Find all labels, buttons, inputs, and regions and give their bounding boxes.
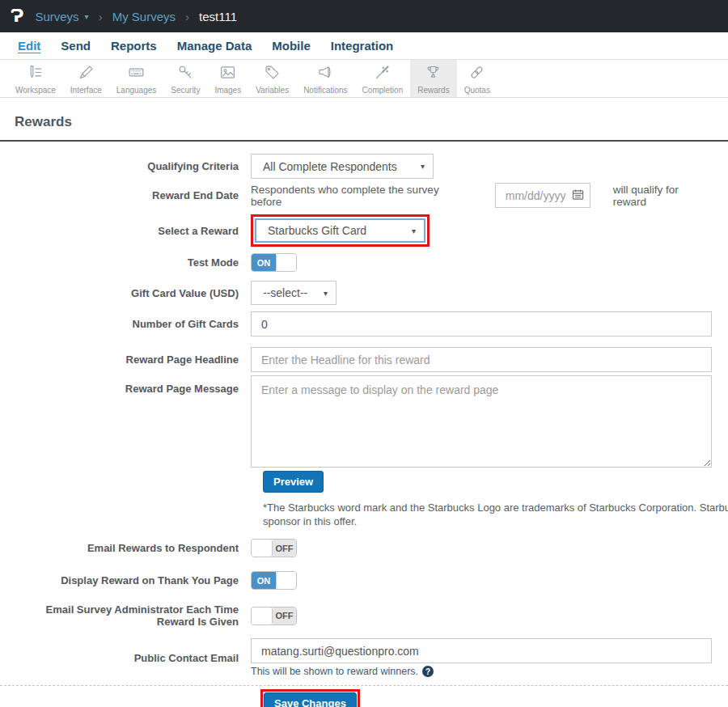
- toolbar-item-label: Interface: [70, 86, 102, 95]
- toolbar-item-notifications[interactable]: Notifications: [296, 60, 354, 97]
- toolbar-item-images[interactable]: Images: [207, 60, 248, 97]
- help-icon[interactable]: ?: [422, 666, 434, 677]
- annotation-box-save: Save Changes: [260, 689, 360, 707]
- reward-page-headline-input[interactable]: [251, 347, 712, 372]
- megaphone-icon: [317, 64, 334, 84]
- calendar-icon[interactable]: [572, 188, 584, 204]
- qualifying-criteria-select[interactable]: All Complete Respondents ▾: [251, 154, 434, 179]
- title-divider: [0, 140, 728, 142]
- row-gift-card-value: Gift Card Value (USD) --select-- ▾: [15, 281, 713, 305]
- row-test-mode: Test Mode ON: [15, 253, 713, 272]
- tab-mobile[interactable]: Mobile: [272, 39, 311, 53]
- breadcrumb-my-surveys[interactable]: My Surveys: [112, 10, 176, 23]
- toolbar-item-languages[interactable]: Languages: [109, 60, 164, 97]
- disclaimer-line1: *The Starbucks word mark and the Starbuc…: [263, 501, 713, 514]
- toolbar-item-label: Security: [171, 86, 200, 95]
- end-date-suffix-text: will qualify for reward: [613, 184, 713, 208]
- email-admin-toggle[interactable]: OFF: [251, 607, 297, 625]
- qualifying-criteria-value: All Complete Respondents: [263, 160, 397, 173]
- caret-down-icon: ▾: [324, 289, 328, 298]
- chain-links-icon: [468, 64, 485, 84]
- toggle-state-label: OFF: [273, 540, 296, 557]
- caret-down-icon: ▾: [421, 162, 425, 171]
- tab-send[interactable]: Send: [61, 39, 91, 53]
- breadcrumb-separator: ›: [99, 10, 103, 23]
- email-rewards-toggle[interactable]: OFF: [251, 539, 297, 557]
- toggle-state-label: OFF: [273, 608, 296, 624]
- toolbar-item-security[interactable]: Security: [163, 60, 207, 97]
- row-reward-page-headline: Reward Page Headline: [15, 347, 713, 372]
- breadcrumb-separator: ›: [185, 10, 189, 23]
- qualifying-criteria-label: Qualifying Criteria: [15, 160, 251, 172]
- toolbar-item-label: Notifications: [303, 86, 347, 95]
- toolbar-item-rewards[interactable]: Rewards: [410, 60, 456, 97]
- number-of-gift-cards-label: Number of Gift Cards: [15, 318, 251, 330]
- image-icon: [219, 64, 236, 84]
- toolbar-item-label: Images: [214, 86, 241, 95]
- toolbar-item-completion[interactable]: Completion: [355, 60, 411, 97]
- display-reward-label: Display Reward on Thank You Page: [15, 574, 251, 586]
- reward-page-message-textarea[interactable]: [251, 375, 712, 468]
- select-reward-select[interactable]: Starbucks Gift Card ▾: [255, 218, 425, 243]
- tab-reports[interactable]: Reports: [111, 39, 157, 53]
- workspace-icon: [27, 64, 44, 84]
- trophy-icon: [425, 64, 442, 84]
- magic-wand-icon: [374, 64, 391, 84]
- test-mode-label: Test Mode: [15, 256, 251, 269]
- select-reward-label: Select a Reward: [15, 225, 251, 237]
- test-mode-toggle[interactable]: ON: [251, 253, 297, 272]
- annotation-box-select-reward: Starbucks Gift Card ▾: [251, 214, 430, 247]
- gift-card-value-select[interactable]: --select-- ▾: [251, 281, 336, 305]
- page-title: Rewards: [15, 114, 713, 130]
- toggle-state-label: ON: [252, 254, 276, 271]
- select-reward-value: Starbucks Gift Card: [268, 224, 366, 237]
- toolbar-item-interface[interactable]: Interface: [63, 60, 109, 97]
- reward-page-message-label: Reward Page Message: [15, 375, 251, 395]
- row-save: Save Changes: [260, 689, 713, 707]
- row-number-of-gift-cards: Number of Gift Cards: [15, 311, 713, 337]
- row-email-admin: Email Survey Administrator Each Time Rew…: [15, 603, 713, 628]
- preview-button[interactable]: Preview: [263, 471, 324, 493]
- toolbar-item-workspace[interactable]: Workspace: [8, 60, 63, 97]
- toolbar-item-quotas[interactable]: Quotas: [457, 60, 497, 97]
- toggle-handle: [252, 540, 273, 557]
- contact-email-helper-text: This will be shown to reward winners.: [251, 666, 418, 677]
- toolbar-item-label: Languages: [116, 86, 157, 95]
- toggle-handle: [276, 572, 296, 589]
- row-display-reward: Display Reward on Thank You Page ON: [15, 571, 713, 590]
- top-bar: Ɂ Surveys ▾ › My Surveys › test111: [0, 0, 728, 32]
- disclaimer-line2: sponsor in this offer.: [263, 514, 713, 528]
- edit-toolbar: Workspace Interface Languages Security I…: [0, 60, 728, 98]
- questionpro-logo-icon[interactable]: Ɂ: [11, 6, 23, 26]
- display-reward-toggle[interactable]: ON: [251, 571, 297, 590]
- public-contact-email-input[interactable]: [251, 638, 712, 663]
- row-select-reward: Select a Reward Starbucks Gift Card ▾: [15, 214, 713, 247]
- row-preview: Preview: [263, 471, 713, 493]
- gift-card-value-label: Gift Card Value (USD): [15, 287, 251, 299]
- row-reward-page-message: Reward Page Message: [15, 375, 713, 468]
- toggle-handle: [276, 254, 296, 271]
- toolbar-item-label: Quotas: [464, 86, 490, 95]
- reward-end-date-label: Reward End Date: [15, 189, 251, 201]
- number-of-gift-cards-input[interactable]: [251, 311, 712, 337]
- key-icon: [177, 64, 194, 84]
- tag-icon: [264, 64, 281, 84]
- tab-manage-data[interactable]: Manage Data: [177, 39, 252, 53]
- tab-edit[interactable]: Edit: [18, 39, 40, 53]
- tab-integration[interactable]: Integration: [331, 39, 394, 53]
- row-reward-end-date: Reward End Date Respondents who complete…: [15, 183, 713, 208]
- reward-page-headline-label: Reward Page Headline: [15, 354, 251, 366]
- keyboard-icon: [128, 64, 145, 84]
- toolbar-item-label: Completion: [362, 86, 404, 95]
- save-changes-button[interactable]: Save Changes: [264, 692, 357, 707]
- caret-down-icon: ▾: [412, 226, 416, 235]
- contact-email-helper: This will be shown to reward winners. ?: [251, 666, 434, 677]
- toolbar-item-label: Variables: [256, 86, 289, 95]
- toolbar-item-label: Rewards: [417, 86, 449, 95]
- breadcrumb-surveys[interactable]: Surveys ▾: [35, 10, 88, 23]
- breadcrumb-survey-name: test111: [199, 10, 237, 23]
- gift-card-value-value: --select--: [263, 286, 307, 299]
- public-contact-email-label: Public Contact Email: [15, 652, 251, 664]
- end-date-prefix-text: Respondents who complete the survey befo…: [251, 184, 470, 208]
- toolbar-item-variables[interactable]: Variables: [248, 60, 296, 97]
